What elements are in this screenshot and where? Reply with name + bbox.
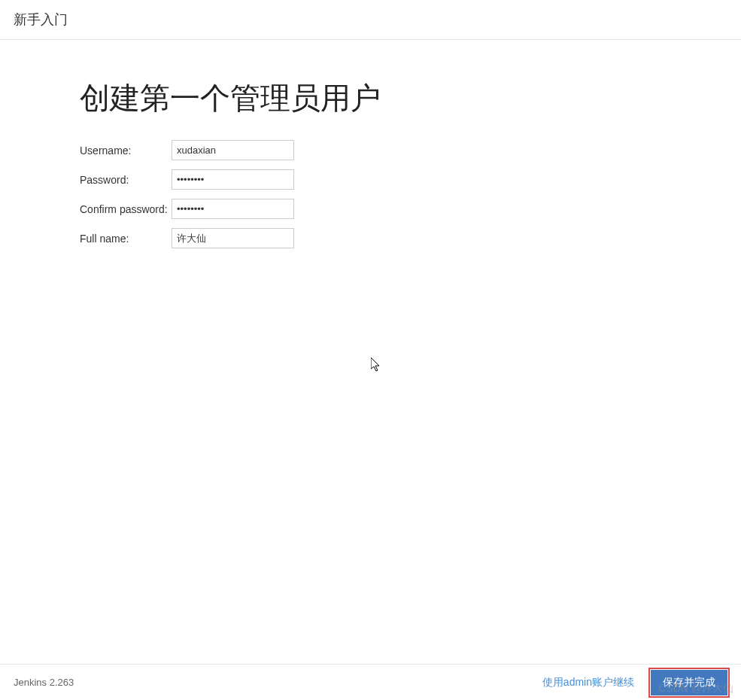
continue-as-admin-link[interactable]: 使用admin账户继续 (542, 676, 634, 689)
save-and-finish-button[interactable]: 保存并完成 (651, 670, 727, 695)
main-content: 创建第一个管理员用户 Username: Password: Confirm p… (0, 40, 741, 248)
username-label: Username: (80, 145, 172, 157)
full-name-row: Full name: (80, 228, 741, 248)
password-label: Password: (80, 174, 172, 186)
header-title: 新手入门 (14, 12, 68, 27)
page-title: 创建第一个管理员用户 (80, 78, 741, 119)
username-row: Username: (80, 140, 741, 160)
mouse-cursor-icon (371, 358, 383, 373)
header: 新手入门 (0, 0, 741, 40)
password-input[interactable] (172, 169, 294, 190)
username-input[interactable] (172, 140, 294, 160)
confirm-password-row: Confirm password: (80, 199, 741, 219)
footer-actions: 使用admin账户继续 保存并完成 (542, 670, 727, 695)
full-name-label: Full name: (80, 233, 172, 245)
full-name-input[interactable] (172, 228, 294, 248)
footer-version: Jenkins 2.263 (14, 677, 542, 688)
confirm-password-label: Confirm password: (80, 203, 172, 215)
password-row: Password: (80, 169, 741, 190)
footer: Jenkins 2.263 使用admin账户继续 保存并完成 (0, 664, 741, 700)
confirm-password-input[interactable] (172, 199, 294, 219)
